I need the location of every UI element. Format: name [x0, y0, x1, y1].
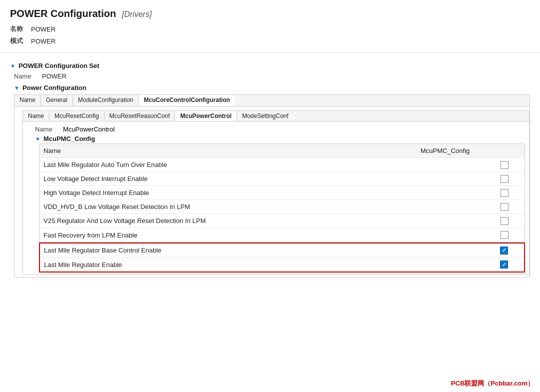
highlighted-row-1-name: Last Mile Regulator Enable [44, 261, 500, 268]
page-title: POWER Configuration [Drivers] [10, 8, 530, 20]
row-2-name: High Voltage Detect Interrupt Enable [44, 189, 500, 196]
table-row: Last Mile Regulator Auto Turn Over Enabl… [40, 158, 524, 172]
row-0-name: Last Mile Regulator Auto Turn Over Enabl… [44, 161, 500, 168]
page-header: POWER Configuration [Drivers] 名称 POWER 模… [0, 0, 540, 53]
mcu-power-control-name-value: McuPowerControl [63, 126, 114, 133]
checkbox-unchecked[interactable] [500, 161, 508, 169]
row-4-checkbox-col [500, 217, 520, 225]
table-row: Low Voltage Detect Interrupt Enable [40, 172, 524, 186]
inner-tab-mcu-power-control[interactable]: McuPowerControl [175, 111, 237, 121]
table-row: VDD_HVD_B Low Voltage Reset Detection In… [40, 200, 524, 214]
row-4-name: V25 Regulator And Low Voltage Reset Dete… [44, 217, 500, 224]
table-row: Last Mile Regulator Base Control Enable … [40, 244, 524, 258]
row-2-checkbox-col [500, 189, 520, 197]
chevron-down-icon: ▼ [10, 63, 16, 69]
highlighted-group: Last Mile Regulator Base Control Enable … [39, 242, 525, 272]
mode-meta-row: 模式 POWER [10, 36, 530, 46]
footer: PCB联盟网（Pcbbar.com） [451, 379, 534, 388]
checkbox-unchecked[interactable] [500, 189, 508, 197]
row-5-checkbox-col [500, 231, 520, 239]
mode-value: POWER [31, 38, 56, 45]
config-header-value: McuPMC_Config [420, 147, 520, 154]
row-3-checkbox-col [500, 203, 520, 211]
mcu-power-control-name-row: Name McuPowerControl [35, 126, 529, 133]
main-container: POWER Configuration [Drivers] 名称 POWER 模… [0, 0, 540, 392]
name-meta-row: 名称 POWER [10, 24, 530, 34]
config-table: Name McuPMC_Config Last Mile Regulator A… [39, 144, 525, 242]
row-5-name: Fast Recovery from LPM Enable [44, 232, 500, 239]
table-row: V25 Regulator And Low Voltage Reset Dete… [40, 214, 524, 228]
outer-tab-content: Name McuResetConfig McuResetReasonConf M… [14, 106, 530, 278]
inner-tab-mode-setting-conf[interactable]: ModeSettingConf [237, 111, 294, 121]
checkbox-unchecked[interactable] [500, 175, 508, 183]
inner-tab-mcu-reset-config[interactable]: McuResetConfig [50, 111, 104, 121]
footer-text: PCB联盟网（Pcbbar.com） [451, 380, 534, 387]
power-configuration-header[interactable]: ▼ Power Configuration [14, 84, 530, 92]
table-row: High Voltage Detect Interrupt Enable [40, 186, 524, 200]
table-row: Fast Recovery from LPM Enable [40, 228, 524, 242]
subtitle-text: [Drivers] [122, 10, 152, 18]
checkbox-checked-2[interactable]: ✓ [500, 260, 508, 268]
checkbox-unchecked[interactable] [500, 231, 508, 239]
inner-tab-mcu-reset-reason-conf[interactable]: McuResetReasonConf [104, 111, 176, 121]
table-row: Last Mile Regulator Enable ✓ [40, 258, 524, 272]
chevron-down-icon-2: ▼ [14, 85, 20, 91]
chevron-down-icon-3: ▼ [35, 136, 40, 142]
title-text: POWER Configuration [10, 8, 116, 19]
config-name-value: McuPMC_Config [420, 147, 470, 154]
tab-general[interactable]: General [41, 95, 73, 106]
row-1-name: Low Voltage Detect Interrupt Enable [44, 175, 500, 182]
name-label: 名称 [10, 24, 25, 34]
row-1-checkbox-col [500, 175, 520, 183]
mode-label: 模式 [10, 36, 25, 46]
power-configuration-label: Power Configuration [22, 84, 86, 92]
checkbox-checked[interactable]: ✓ [500, 246, 508, 254]
inner-tab-name[interactable]: Name [23, 111, 50, 121]
power-config-set-name-row: Name POWER [14, 72, 530, 80]
power-config-set-name-value: POWER [42, 72, 66, 80]
tab-module-configuration[interactable]: ModuleConfiguration [73, 95, 139, 106]
config-name-label: Name [44, 147, 61, 154]
outer-tabs: Name General ModuleConfiguration McuCore… [14, 94, 530, 106]
checkbox-unchecked[interactable] [500, 217, 508, 225]
config-header-name: Name [44, 147, 420, 154]
outer-tabs-container: Name General ModuleConfiguration McuCore… [14, 94, 530, 278]
content-area: ▼ POWER Configuration Set Name POWER ▼ P… [0, 53, 540, 392]
inner-tab-content: Name McuPowerControl ▼ McuPMC_Config Na [22, 122, 530, 275]
mcu-pmc-config-label: McuPMC_Config [44, 135, 95, 142]
row-0-checkbox-col [500, 161, 520, 169]
power-config-set-label: POWER Configuration Set [18, 62, 100, 70]
mcu-pmc-config-header[interactable]: ▼ McuPMC_Config [35, 135, 529, 142]
row-3-name: VDD_HVD_B Low Voltage Reset Detection In… [44, 203, 500, 210]
power-config-set-header[interactable]: ▼ POWER Configuration Set [10, 62, 530, 70]
tab-name[interactable]: Name [14, 95, 41, 106]
tab-mcu-core-control-configuration[interactable]: McuCoreControlConfiguration [138, 95, 235, 106]
config-name-row: Name McuPMC_Config [40, 144, 524, 158]
highlighted-row-0-checkbox-col: ✓ [500, 246, 520, 254]
name-value: POWER [31, 26, 56, 33]
power-config-set-name-label: Name [14, 72, 34, 80]
highlighted-row-0-name: Last Mile Regulator Base Control Enable [44, 246, 500, 254]
checkbox-unchecked[interactable] [500, 203, 508, 211]
highlighted-row-1-checkbox-col: ✓ [500, 260, 520, 268]
mcu-power-control-name-label: Name [35, 126, 55, 133]
inner-tabs: Name McuResetConfig McuResetReasonConf M… [22, 110, 530, 122]
